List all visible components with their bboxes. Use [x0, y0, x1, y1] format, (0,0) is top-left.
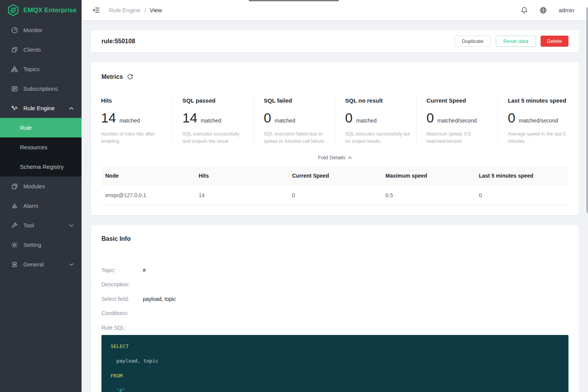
- field-topic: Topic: #: [101, 263, 568, 278]
- table-header-row: Node Hits Current Speed Maximum speed La…: [101, 166, 568, 186]
- metrics-row: Hits 14matched Number of rules hits afte…: [91, 97, 579, 145]
- metric-title: Hits: [101, 97, 172, 104]
- user-menu[interactable]: admin: [559, 7, 574, 13]
- metric-hits: Hits 14matched Number of rules hits afte…: [91, 97, 173, 145]
- language-globe-icon[interactable]: [539, 7, 547, 14]
- sidebar-menu: Monitor Clients Topics: [0, 20, 82, 274]
- chevron-up-icon: [69, 107, 74, 109]
- metric-description: Average speed in the last 5 minutes: [508, 131, 579, 145]
- sidebar-item-label: Topics: [23, 66, 40, 72]
- refresh-icon[interactable]: [127, 74, 133, 80]
- basic-info-card: Basic Info Topic: # Description: Select …: [91, 225, 579, 392]
- metric-unit: matched/second: [437, 118, 477, 124]
- notifications-bell-icon[interactable]: [521, 7, 528, 14]
- sidebar-subitem-rule[interactable]: Rule: [0, 118, 82, 137]
- metrics-card: Metrics Hits 14matched Number of rules h…: [91, 62, 579, 215]
- alarm-icon: [11, 203, 18, 209]
- node-metrics-table: Node Hits Current Speed Maximum speed La…: [101, 166, 568, 205]
- column-header-hits: Hits: [195, 173, 288, 179]
- metric-sql-failed: SQL failed 0matched SQL execution failed…: [254, 97, 335, 145]
- metric-title: SQL no result: [345, 97, 416, 104]
- sidebar-item-rule-engine[interactable]: Rule Engine: [0, 98, 82, 118]
- fold-details-label: Fold Details: [318, 155, 345, 160]
- sidebar-item-label: General: [23, 261, 44, 268]
- metric-value: 0: [426, 111, 434, 124]
- general-icon: [11, 261, 18, 268]
- sidebar-item-label: Rule Engine: [23, 105, 55, 111]
- collapse-menu-icon[interactable]: [93, 7, 100, 13]
- field-label: Description:: [101, 281, 143, 287]
- rule-sql-code-block[interactable]: SELECT payload, topic FROM "#": [101, 335, 568, 392]
- sidebar-item-label: Monitor: [23, 27, 42, 33]
- metric-title: Last 5 minutes speed: [508, 97, 579, 104]
- basic-info-title: Basic Info: [101, 235, 568, 242]
- browser-top-strip: [249, 0, 339, 2]
- duplicate-button[interactable]: Duplicate: [454, 36, 491, 47]
- breadcrumb: Rule Engine / View: [109, 7, 162, 13]
- sidebar-item-label: Modules: [23, 183, 45, 189]
- rule-header-card: rule:550108 Duplicate Reset data Delete: [91, 30, 579, 52]
- metric-unit: matched/second: [519, 118, 558, 124]
- chevron-down-icon: [69, 224, 74, 227]
- metric-description: Number of rules hits after enabling: [101, 131, 172, 145]
- emqx-logo-icon: [7, 4, 20, 16]
- top-header: Rule Engine / View admin: [82, 0, 588, 20]
- field-label: Conditions:: [101, 310, 143, 316]
- rule-engine-icon: [11, 105, 18, 112]
- page-content: rule:550108 Duplicate Reset data Delete …: [82, 20, 588, 392]
- sidebar-item-label: Alarm: [23, 203, 38, 209]
- column-header-current-speed: Current Speed: [288, 173, 382, 179]
- field-value: #: [143, 267, 146, 273]
- tool-icon: [11, 222, 18, 229]
- field-label: Rule SQL:: [101, 325, 143, 331]
- metric-unit: matched: [274, 118, 295, 124]
- sidebar-item-clients[interactable]: Clients: [0, 40, 82, 59]
- sidebar-subitem-schema-registry[interactable]: Schema Registry: [0, 157, 82, 176]
- sidebar-item-monitor[interactable]: Monitor: [0, 20, 82, 40]
- reset-data-button[interactable]: Reset data: [496, 36, 536, 47]
- metrics-title: Metrics: [101, 74, 123, 80]
- fold-details-toggle[interactable]: Fold Details: [91, 155, 579, 160]
- cell-current-speed: 0: [288, 192, 382, 198]
- sql-fields: payload, topic: [116, 358, 158, 364]
- metric-value: 0: [345, 111, 353, 124]
- sidebar: EMQX Enterprise Monitor Clients: [0, 0, 82, 392]
- metric-value: 14: [183, 111, 198, 124]
- page-scrollbar[interactable]: [586, 7, 588, 213]
- field-label: Topic:: [101, 267, 143, 273]
- rule-id-title: rule:550108: [101, 38, 135, 45]
- metric-description: SQL executes successfully but no output …: [345, 131, 416, 145]
- sidebar-item-label: Subscriptions: [23, 85, 58, 92]
- metric-current-speed: Current Speed 0matched/second Maximum sp…: [416, 97, 498, 145]
- column-header-last5-speed: Last 5 minutes speed: [475, 173, 568, 179]
- sidebar-item-setting[interactable]: Setting: [0, 235, 82, 255]
- field-conditions: Conditions:: [101, 306, 568, 321]
- sidebar-subitem-label: Rule: [20, 124, 32, 131]
- topics-icon: [11, 66, 18, 73]
- metric-description: Maximum speed: 0.5 matched/second: [426, 131, 498, 145]
- cell-node: emqx@127.0.0.1: [101, 192, 195, 198]
- sidebar-subitem-resources[interactable]: Resources: [0, 137, 82, 157]
- monitor-icon: [11, 27, 18, 34]
- field-description: Description:: [101, 278, 568, 292]
- sql-keyword: FROM: [111, 373, 122, 379]
- sidebar-item-general[interactable]: General: [0, 255, 82, 274]
- sidebar-item-subscriptions[interactable]: Subscriptions: [0, 79, 82, 98]
- sidebar-item-modules[interactable]: Modules: [0, 176, 82, 196]
- metric-title: Current Speed: [426, 97, 498, 104]
- field-label: Select field:: [101, 296, 143, 302]
- metric-unit: matched: [119, 118, 140, 124]
- metric-title: SQL passed: [183, 97, 254, 104]
- metric-value: 0: [264, 111, 271, 124]
- sidebar-item-topics[interactable]: Topics: [0, 59, 82, 79]
- brand-logo[interactable]: EMQX Enterprise: [0, 0, 82, 20]
- metric-description: SQL execution failed due to syntax or fu…: [264, 131, 335, 145]
- modules-icon: [11, 183, 18, 190]
- sidebar-item-tool[interactable]: Tool: [0, 216, 82, 235]
- sidebar-item-alarm[interactable]: Alarm: [0, 196, 82, 216]
- field-rule-sql: Rule SQL:: [101, 320, 568, 335]
- delete-button[interactable]: Delete: [541, 36, 568, 47]
- breadcrumb-section[interactable]: Rule Engine: [109, 7, 140, 13]
- sidebar-item-label: Tool: [23, 222, 34, 229]
- rule-engine-submenu: Rule Resources Schema Registry: [0, 118, 82, 176]
